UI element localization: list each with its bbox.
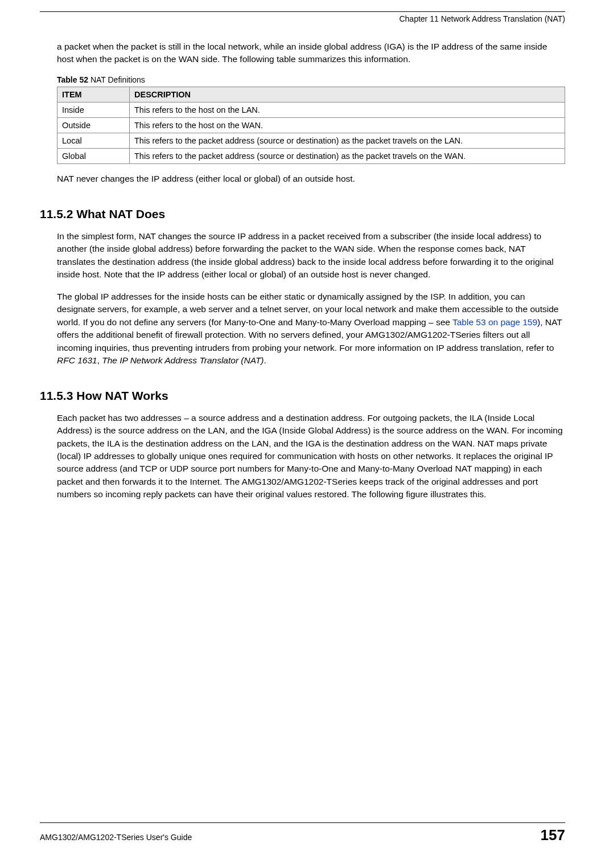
table-cell-item: Local bbox=[57, 133, 130, 148]
table-cell-desc: This refers to the packet address (sourc… bbox=[130, 133, 565, 148]
section-heading-1153: 11.5.3 How NAT Works bbox=[40, 389, 565, 403]
table-cell-item: Global bbox=[57, 148, 130, 163]
table-cell-item: Inside bbox=[57, 102, 130, 117]
table-row: Outside This refers to the host on the W… bbox=[57, 117, 565, 133]
running-header: Chapter 11 Network Address Translation (… bbox=[40, 14, 565, 23]
paragraph-after-table: NAT never changes the IP address (either… bbox=[57, 173, 565, 185]
table-header-description: DESCRIPTION bbox=[130, 87, 565, 102]
table-cell-desc: This refers to the host on the WAN. bbox=[130, 117, 565, 133]
section-1152-p2: The global IP addresses for the inside h… bbox=[57, 290, 565, 367]
footer-guide-name: AMG1302/AMG1202-TSeries User's Guide bbox=[40, 833, 192, 842]
section-1153-p1: Each packet has two addresses – a source… bbox=[57, 412, 565, 501]
table-row: Local This refers to the packet address … bbox=[57, 133, 565, 148]
table-cell-desc: This refers to the host on the LAN. bbox=[130, 102, 565, 117]
table-label-bold: Table 52 bbox=[57, 75, 88, 84]
table-label-rest: NAT Definitions bbox=[88, 75, 145, 84]
p2-italic-title: The IP Network Address Translator (NAT) bbox=[102, 355, 264, 365]
table-cell-item: Outside bbox=[57, 117, 130, 133]
p2-italic-rfc: RFC 1631 bbox=[57, 355, 97, 365]
cross-reference-link[interactable]: Table 53 on page 159 bbox=[452, 317, 537, 327]
table-row: Inside This refers to the host on the LA… bbox=[57, 102, 565, 117]
section-heading-1152: 11.5.2 What NAT Does bbox=[40, 207, 565, 221]
nat-definitions-table: ITEM DESCRIPTION Inside This refers to t… bbox=[57, 87, 565, 164]
table-cell-desc: This refers to the packet address (sourc… bbox=[130, 148, 565, 163]
page-number: 157 bbox=[541, 826, 565, 844]
intro-paragraph: a packet when the packet is still in the… bbox=[57, 40, 565, 66]
table-row: Global This refers to the packet address… bbox=[57, 148, 565, 163]
section-1152-p1: In the simplest form, NAT changes the so… bbox=[57, 230, 565, 281]
p2-sep: , bbox=[97, 355, 102, 365]
table-caption: Table 52 NAT Definitions bbox=[57, 75, 565, 84]
p2-end: . bbox=[264, 355, 266, 365]
page-footer: AMG1302/AMG1202-TSeries User's Guide 157 bbox=[40, 822, 565, 844]
table-header-item: ITEM bbox=[57, 87, 130, 102]
